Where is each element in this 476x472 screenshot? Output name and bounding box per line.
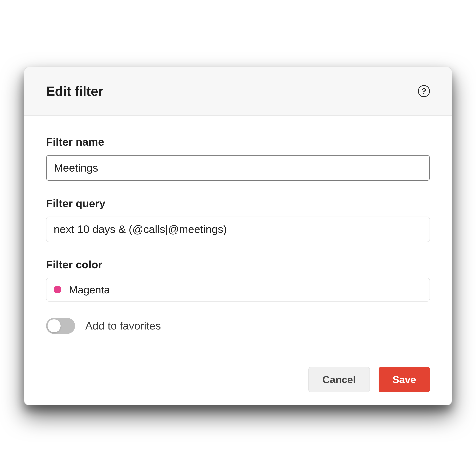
toggle-knob-icon bbox=[48, 319, 61, 332]
cancel-button[interactable]: Cancel bbox=[308, 367, 370, 392]
filter-color-select[interactable]: Magenta bbox=[46, 278, 430, 302]
color-swatch-icon bbox=[54, 286, 61, 293]
save-button[interactable]: Save bbox=[379, 367, 430, 392]
filter-color-label: Filter color bbox=[46, 258, 430, 271]
filter-query-label: Filter query bbox=[46, 197, 430, 210]
favorites-toggle-label: Add to favorites bbox=[85, 320, 161, 332]
favorites-row: Add to favorites bbox=[46, 318, 430, 334]
filter-name-input[interactable] bbox=[46, 155, 430, 181]
favorites-toggle[interactable] bbox=[46, 318, 75, 334]
filter-color-group: Filter color Magenta bbox=[46, 258, 430, 302]
filter-name-label: Filter name bbox=[46, 136, 430, 148]
filter-color-selected-name: Magenta bbox=[69, 284, 110, 296]
help-icon[interactable]: ? bbox=[418, 85, 430, 97]
dialog-footer: Cancel Save bbox=[24, 356, 452, 405]
help-icon-glyph: ? bbox=[422, 87, 426, 96]
dialog-header: Edit filter ? bbox=[24, 67, 452, 116]
dialog-body: Filter name Filter query Filter color Ma… bbox=[24, 116, 452, 356]
edit-filter-dialog: Edit filter ? Filter name Filter query F… bbox=[24, 67, 452, 405]
dialog-title: Edit filter bbox=[46, 84, 103, 99]
filter-name-group: Filter name bbox=[46, 136, 430, 181]
filter-query-input[interactable] bbox=[46, 217, 430, 242]
filter-query-group: Filter query bbox=[46, 197, 430, 242]
